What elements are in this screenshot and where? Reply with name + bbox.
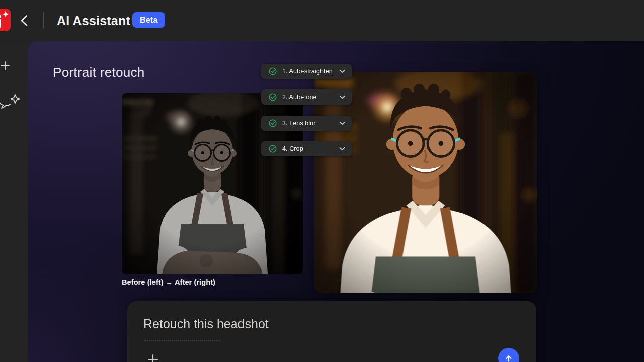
check-circle-icon	[269, 93, 277, 101]
check-circle-icon	[269, 119, 277, 127]
step-item-crop[interactable]: 4. Crop	[261, 141, 352, 156]
attach-button[interactable]	[147, 354, 158, 362]
top-bar: AI Assistant Beta	[0, 0, 644, 41]
after-image	[314, 72, 537, 293]
left-sidebar	[0, 41, 28, 362]
section-heading: Portrait retouch	[53, 65, 145, 80]
step-item-auto-tone[interactable]: 2. Auto-tone	[261, 89, 352, 105]
chevron-down-icon	[339, 147, 345, 151]
step-label: 2. Auto-tone	[282, 94, 317, 101]
step-label: 4. Crop	[282, 145, 303, 152]
plus-icon	[147, 354, 158, 362]
sidebar-ai-assistant-button[interactable]	[0, 93, 22, 111]
plus-icon	[0, 61, 10, 71]
arrow-up-icon	[504, 354, 513, 362]
check-circle-icon	[269, 67, 277, 75]
back-button[interactable]	[17, 13, 31, 28]
prompt-input-card[interactable]: Retouch this headshot	[127, 301, 536, 362]
beta-badge: Beta	[132, 12, 165, 28]
main-panel: Portrait retouch Before (left) → After (…	[28, 41, 644, 362]
app-logo-icon	[0, 9, 11, 31]
comparison-caption: Before (left) → After (right)	[122, 278, 215, 286]
sidebar-new-chat-button[interactable]	[0, 61, 10, 71]
prompt-underline	[144, 340, 220, 341]
chevron-down-icon	[339, 121, 345, 125]
topbar-divider	[43, 12, 44, 29]
chevron-down-icon	[339, 69, 345, 73]
chevron-left-icon	[19, 14, 30, 27]
step-item-auto-straighten[interactable]: 1. Auto-straighten	[261, 64, 352, 79]
ai-chat-sparkle-icon	[0, 93, 22, 111]
ai-assistant-screen: AI Assistant Beta Portrait retouch	[0, 0, 644, 362]
page-title: AI Assistant	[57, 0, 130, 41]
step-label: 3. Lens blur	[282, 120, 316, 127]
check-circle-icon	[269, 145, 277, 153]
send-button[interactable]	[498, 348, 519, 362]
step-item-lens-blur[interactable]: 3. Lens blur	[261, 116, 352, 131]
prompt-text: Retouch this headshot	[143, 317, 269, 331]
chevron-down-icon	[339, 95, 345, 99]
step-label: 1. Auto-straighten	[282, 68, 333, 75]
